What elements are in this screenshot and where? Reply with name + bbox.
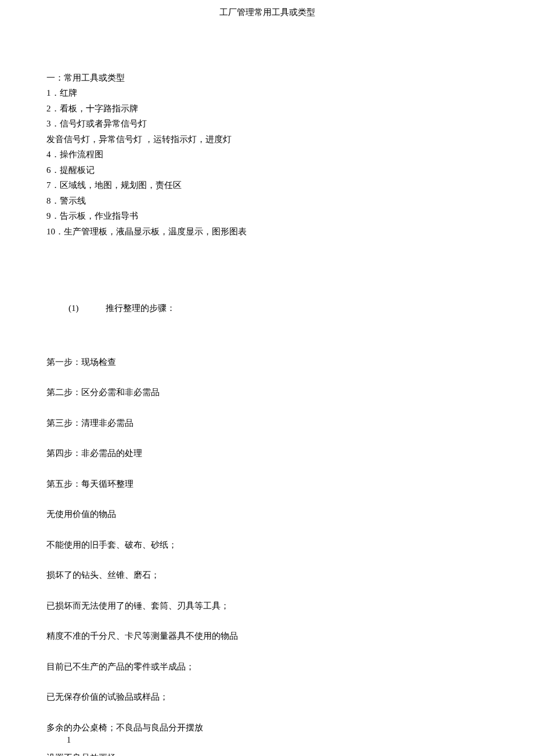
body-line: 已损坏而无法使用了的锤、套筒、刃具等工具；	[46, 599, 488, 613]
body-line: 设置不良品放置场；	[46, 751, 488, 756]
body-line: 精度不准的千分尺、卡尺等测量器具不使用的物品	[46, 630, 488, 643]
page-header-title: 工厂管理常用工具或类型	[0, 0, 534, 71]
list-item: 4．操作流程图	[46, 148, 488, 161]
step-line: 第二步：区分必需和非必需品	[46, 386, 488, 399]
section2-title: 推行整理的步骤：	[106, 303, 175, 313]
list-item: 10．生产管理板，液晶显示板，温度显示，图形图表	[46, 225, 488, 238]
body-line: 损坏了的钻头、丝锥、磨石；	[46, 569, 488, 582]
page-content: 一：常用工具或类型 1．红牌 2．看板，十字路指示牌 3．信号灯或者异常信号灯 …	[0, 71, 534, 757]
list-item: 1．红牌	[46, 86, 488, 100]
body-line: 无使用价值的物品	[46, 508, 488, 521]
body-line: 目前已不生产的产品的零件或半成品；	[46, 660, 488, 674]
page-number: 1	[67, 734, 71, 746]
body-line: 不能使用的旧手套、破布、砂纸；	[46, 538, 488, 552]
section2-number: (1)	[68, 302, 103, 315]
list-item: 6．提醒板记	[46, 164, 488, 177]
body-line: 已无保存价值的试验品或样品；	[46, 690, 488, 704]
section2-heading: (1) 推行整理的步骤：	[46, 302, 488, 315]
step-line: 第一步：现场检查	[46, 356, 488, 369]
list-item: 7．区域线，地图，规划图，责任区	[46, 179, 488, 192]
list-item: 8．警示线	[46, 194, 488, 208]
step-line: 第五步：每天循环整理	[46, 478, 488, 491]
list-item: 3．信号灯或者异常信号灯	[46, 117, 488, 131]
step-line: 第四步：非必需品的处理	[46, 447, 488, 460]
list-sub-item: 发音信号灯，异常信号灯 ，运转指示灯，进度灯	[46, 133, 488, 146]
body-line: 多余的办公桌椅；不良品与良品分开摆放	[46, 721, 488, 735]
step-line: 第三步：清理非必需品	[46, 417, 488, 430]
list-item: 9．告示板，作业指导书	[46, 209, 488, 223]
list-item: 2．看板，十字路指示牌	[46, 102, 488, 115]
section1-heading: 一：常用工具或类型	[46, 71, 488, 85]
